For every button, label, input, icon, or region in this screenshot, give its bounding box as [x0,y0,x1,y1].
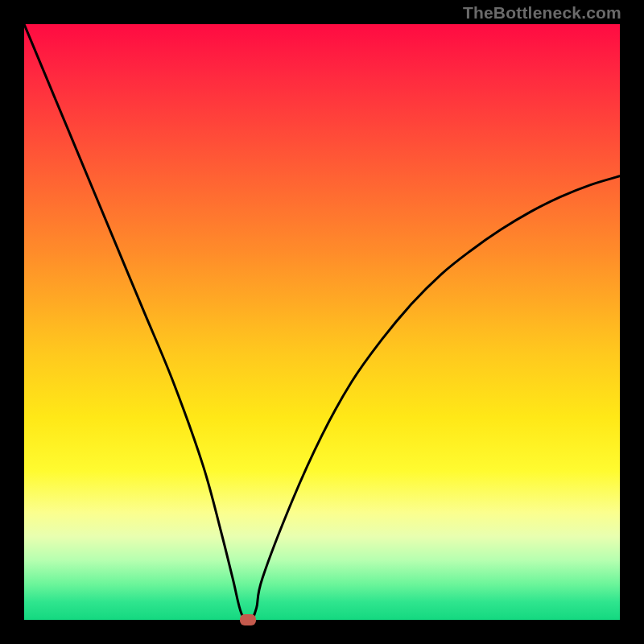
plot-area [24,24,620,620]
chart-frame: TheBottleneck.com [0,0,644,644]
bottleneck-curve [24,24,620,620]
chart-svg [24,24,620,620]
optimal-point-marker [240,614,256,625]
watermark-text: TheBottleneck.com [463,3,621,23]
